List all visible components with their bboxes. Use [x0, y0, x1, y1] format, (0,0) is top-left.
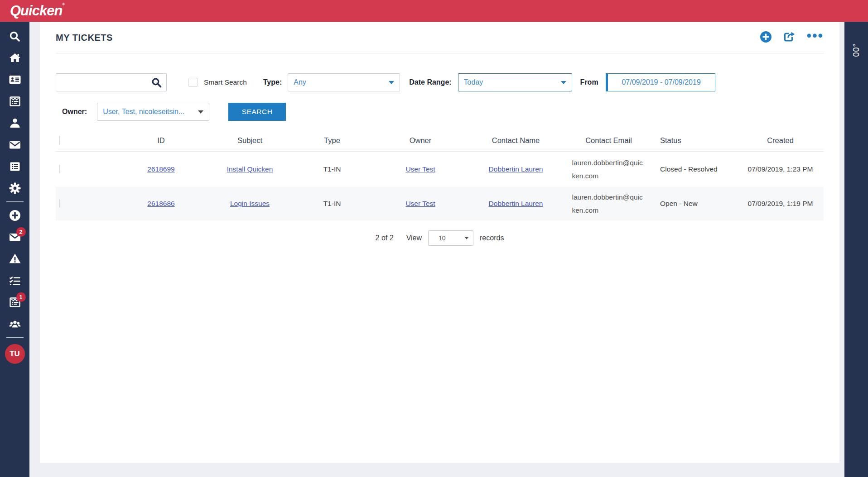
sidebar-item-mail[interactable] [0, 134, 29, 156]
caret-icon [198, 110, 203, 114]
contact-name-link[interactable]: Dobbertin Lauren [489, 200, 543, 207]
sidebar-item-teams[interactable] [0, 313, 29, 335]
title-toolbar: ••• [760, 31, 824, 45]
caret-icon [561, 81, 566, 84]
person-icon [9, 117, 21, 129]
sidebar-item-contacts[interactable] [0, 69, 29, 91]
settings-icon [9, 182, 21, 195]
date-range-value: Today [464, 78, 483, 86]
sidebar-item-tickets[interactable] [0, 91, 29, 112]
sidebar-item-add[interactable] [0, 205, 29, 226]
add-icon [760, 31, 772, 45]
type-label: Type: [263, 78, 282, 86]
mail-notify-icon: 2 [9, 231, 21, 243]
ticket-created: 07/09/2019, 1:23 PM [737, 165, 824, 173]
inbox-badge: 2 [16, 227, 26, 237]
more-icon: ••• [806, 33, 824, 43]
sidebar-item-settings[interactable] [0, 177, 29, 199]
ticket-icon [9, 95, 21, 108]
col-header-contact-name[interactable]: Contact Name [468, 136, 564, 145]
caret-icon [389, 81, 394, 84]
ticket-type: T1-IN [291, 165, 373, 173]
add-ticket-button[interactable] [760, 31, 772, 45]
alert-icon [9, 253, 21, 265]
date-range-dropdown[interactable]: Today [458, 73, 572, 91]
sidebar-divider-bottom [6, 337, 24, 338]
table-row: 2618686 Login Issues T1-IN User Test Dob… [56, 187, 824, 220]
ticket-id-link[interactable]: 2618699 [147, 165, 174, 173]
type-dropdown[interactable]: Any [288, 73, 400, 91]
collapsed-right-panel[interactable]: 00° [844, 22, 868, 477]
col-header-status[interactable]: Status [654, 136, 737, 145]
sidebar-item-profile[interactable] [0, 112, 29, 134]
tasks-icon [9, 274, 21, 287]
sidebar-item-tasks[interactable] [0, 270, 29, 291]
search-button[interactable]: SEARCH [228, 103, 286, 121]
more-options-button[interactable]: ••• [806, 33, 824, 43]
from-label: From [580, 78, 598, 86]
records-label: records [480, 234, 504, 242]
ticket-badge: 1 [16, 292, 26, 302]
app-header: Quicken® [0, 0, 868, 22]
main-content: MY TICKETS ••• Smar [40, 22, 839, 463]
owner-value: User, Test, nicoleseitsin... [103, 108, 184, 116]
title-divider [56, 53, 824, 53]
ticket-owner-link[interactable]: User Test [405, 200, 435, 207]
sidebar-item-inbox[interactable]: 2 [0, 226, 29, 248]
contact-email: lauren.dobbertin@quicken.com [572, 156, 646, 183]
ticket-notify-icon: 1 [9, 296, 21, 309]
from-date-value: 07/09/2019 - 07/09/2019 [622, 78, 700, 86]
ticket-subject-link[interactable]: Install Quicken [227, 165, 273, 173]
mail-icon [9, 138, 21, 151]
row-checkbox[interactable] [59, 165, 60, 173]
col-header-subject[interactable]: Subject [208, 136, 291, 145]
select-all-checkbox[interactable] [59, 136, 60, 145]
input-search-icon[interactable] [151, 77, 163, 91]
from-date-input[interactable]: 07/09/2019 - 07/09/2019 [606, 73, 715, 91]
col-header-created[interactable]: Created [737, 136, 824, 145]
col-header-id[interactable]: ID [114, 136, 208, 145]
team-icon [9, 318, 21, 330]
search-input[interactable] [56, 74, 166, 91]
ticket-status: Open - New [654, 200, 737, 208]
quicken-logo: Quicken® [10, 2, 64, 19]
sidebar-item-alerts[interactable] [0, 248, 29, 270]
search-icon [9, 30, 21, 43]
sidebar-item-search[interactable] [0, 25, 29, 47]
ticket-id-link[interactable]: 2618686 [147, 200, 174, 207]
sidebar-item-my-tickets[interactable]: 1 [0, 291, 29, 313]
owner-dropdown[interactable]: User, Test, nicoleseitsin... [97, 103, 209, 121]
left-sidebar: 2 1 TU [0, 22, 29, 477]
ticket-created: 07/09/2019, 1:19 PM [737, 200, 824, 208]
ticket-subject-link[interactable]: Login Issues [230, 200, 270, 207]
home-icon [9, 52, 21, 64]
smart-search-label: Smart Search [204, 78, 247, 86]
col-header-type[interactable]: Type [291, 136, 373, 145]
type-value: Any [294, 78, 306, 86]
col-header-owner[interactable]: Owner [373, 136, 468, 145]
user-avatar[interactable]: TU [5, 344, 25, 364]
col-header-contact-email[interactable]: Contact Email [564, 136, 654, 145]
ticket-type: T1-IN [291, 200, 373, 208]
registered-mark: ® [62, 2, 64, 6]
list-icon [9, 160, 21, 173]
page-size-value: 10 [439, 234, 446, 242]
contact-name-link[interactable]: Dobbertin Lauren [489, 165, 543, 173]
caret-icon [465, 237, 468, 239]
sidebar-item-home[interactable] [0, 47, 29, 69]
page-title: MY TICKETS [56, 33, 113, 43]
contact-card-icon [9, 73, 21, 86]
ticket-owner-link[interactable]: User Test [405, 165, 435, 173]
add-circle-icon [9, 209, 21, 222]
export-button[interactable] [783, 31, 796, 45]
sidebar-item-lists[interactable] [0, 156, 29, 177]
sidebar-divider [6, 201, 24, 202]
table-header: ID Subject Type Owner Contact Name Conta… [56, 130, 824, 152]
record-count: 2 of 2 [376, 234, 394, 242]
page-size-select[interactable]: 10 [428, 230, 473, 246]
view-label: View [406, 234, 422, 242]
smart-search-checkbox[interactable] [188, 78, 198, 87]
ticket-status: Closed - Resolved [654, 165, 737, 173]
pagination: 2 of 2 View 10 records [56, 230, 824, 246]
row-checkbox[interactable] [59, 199, 60, 208]
